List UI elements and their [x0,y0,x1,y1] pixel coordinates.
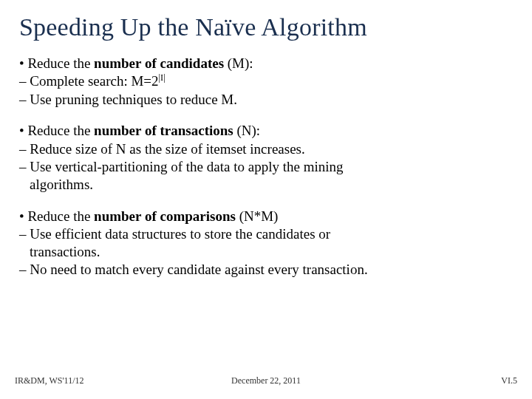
sub-item-cont: algorithms. [19,176,513,194]
sub-item: – Complete search: M=2|I| [19,72,513,91]
bullet-marker: • [19,123,27,138]
sub-item: – Reduce size of N as the size of itemse… [19,140,513,158]
lead-post: (M): [224,55,253,71]
sub-item: – Use vertical-partitioning of the data … [19,158,513,176]
dash-marker: – [19,92,30,107]
lead-bold: number of candidates [94,55,224,71]
sub-item: – Use pruning techniques to reduce M. [19,91,513,109]
bullet-group-1: • Reduce the number of candidates (M): –… [19,55,513,109]
bullet-marker: • [19,208,27,224]
dash-marker: – [19,74,30,89]
lead-bold: number of transactions [94,123,233,138]
slide-body: • Reduce the number of candidates (M): –… [19,55,513,279]
footer-right: VI.5 [501,375,517,386]
dash-marker: – [19,262,30,277]
sub-text: Reduce size of N as the size of itemset … [30,141,304,157]
footer-left: IR&DM, WS'11/12 [15,375,84,386]
slide: Speeding Up the Naïve Algorithm • Reduce… [0,0,532,399]
sub-text: No need to match every candidate against… [30,262,367,277]
slide-footer: IR&DM, WS'11/12 December 22, 2011 VI.5 [0,375,532,389]
lead-pre: Reduce the [27,55,94,71]
dash-marker: – [19,141,30,157]
sub-text: Use vertical-partitioning of the data to… [30,159,343,174]
bullet-marker: • [19,55,27,71]
bullet-group-3: • Reduce the number of comparisons (N*M)… [19,208,513,279]
dash-marker: – [19,159,30,174]
bullet-group-2: • Reduce the number of transactions (N):… [19,122,513,194]
bullet-lead: • Reduce the number of candidates (M): [19,55,513,72]
lead-post: (N*M) [236,208,279,224]
dash-marker: – [19,226,30,242]
lead-bold: number of comparisons [94,208,236,224]
lead-post: (N): [233,123,260,138]
bullet-lead: • Reduce the number of comparisons (N*M) [19,208,513,225]
sub-text: Complete search: M=2 [30,74,158,89]
sub-text: Use efficient data structures to store t… [30,226,330,242]
sub-item-cont: transactions. [19,243,513,261]
sub-item: – Use efficient data structures to store… [19,225,513,243]
lead-pre: Reduce the [27,208,94,224]
sub-text: transactions. [30,244,100,259]
sub-text: algorithms. [30,177,93,192]
bullet-lead: • Reduce the number of transactions (N): [19,122,513,140]
superscript: |I| [159,72,166,83]
footer-center: December 22, 2011 [231,375,301,386]
slide-title: Speeding Up the Naïve Algorithm [19,13,513,41]
lead-pre: Reduce the [27,123,94,138]
sub-text: Use pruning techniques to reduce M. [30,92,237,107]
sub-item: – No need to match every candidate again… [19,261,513,279]
